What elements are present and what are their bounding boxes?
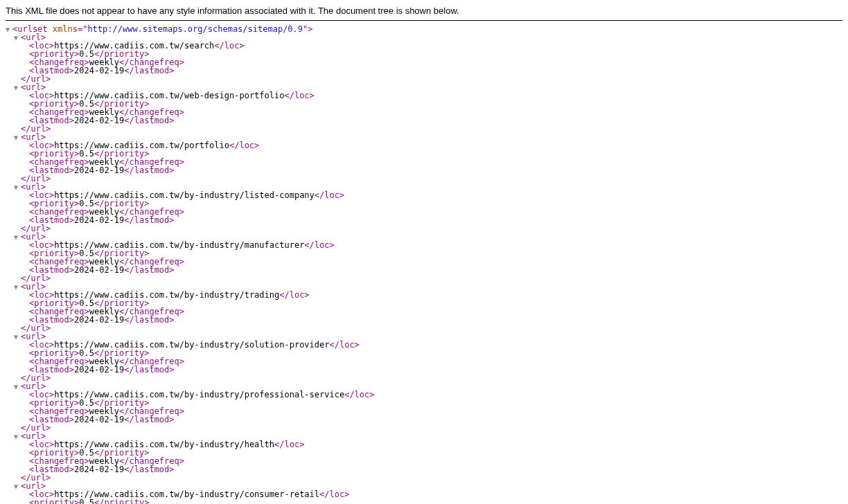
lastmod-line[interactable]: <lastmod>2024-02-19</lastmod> xyxy=(6,166,842,174)
url-close[interactable]: </url> xyxy=(6,75,842,83)
toggle-icon[interactable]: ▼ xyxy=(14,384,21,390)
url-close[interactable]: </url> xyxy=(6,474,842,482)
xml-tree: ▼<urlset xmlns="http://www.sitemaps.org/… xyxy=(6,25,842,504)
url-close[interactable]: </url> xyxy=(6,374,842,382)
lastmod-line[interactable]: <lastmod>2024-02-19</lastmod> xyxy=(6,316,842,324)
toggle-icon[interactable]: ▼ xyxy=(6,26,12,33)
lastmod-line[interactable]: <lastmod>2024-02-19</lastmod> xyxy=(6,116,842,125)
toggle-icon[interactable]: ▼ xyxy=(14,184,21,191)
toggle-icon[interactable]: ▼ xyxy=(14,35,21,42)
lastmod-line[interactable]: <lastmod>2024-02-19</lastmod> xyxy=(6,216,842,224)
url-close[interactable]: </url> xyxy=(6,125,842,133)
lastmod-line[interactable]: <lastmod>2024-02-19</lastmod> xyxy=(6,465,842,474)
lastmod-line[interactable]: <lastmod>2024-02-19</lastmod> xyxy=(6,366,842,374)
url-close[interactable]: </url> xyxy=(6,324,842,332)
url-close[interactable]: </url> xyxy=(6,224,842,233)
toggle-icon[interactable]: ▼ xyxy=(14,134,21,141)
url-close[interactable]: </url> xyxy=(6,424,842,432)
root-urlset-open[interactable]: ▼<urlset xmlns="http://www.sitemaps.org/… xyxy=(6,25,842,33)
url-close[interactable]: </url> xyxy=(6,274,842,282)
toggle-icon[interactable]: ▼ xyxy=(14,483,21,490)
xml-no-style-message: This XML file does not appear to have an… xyxy=(6,6,842,21)
lastmod-line[interactable]: <lastmod>2024-02-19</lastmod> xyxy=(6,266,842,274)
priority-line[interactable]: <priority>0.5</priority> xyxy=(6,498,842,504)
lastmod-line[interactable]: <lastmod>2024-02-19</lastmod> xyxy=(6,66,842,75)
toggle-icon[interactable]: ▼ xyxy=(14,284,21,291)
toggle-icon[interactable]: ▼ xyxy=(14,84,21,91)
url-close[interactable]: </url> xyxy=(6,174,842,183)
toggle-icon[interactable]: ▼ xyxy=(14,234,21,241)
toggle-icon[interactable]: ▼ xyxy=(14,433,21,440)
toggle-icon[interactable]: ▼ xyxy=(14,334,21,341)
lastmod-line[interactable]: <lastmod>2024-02-19</lastmod> xyxy=(6,415,842,424)
